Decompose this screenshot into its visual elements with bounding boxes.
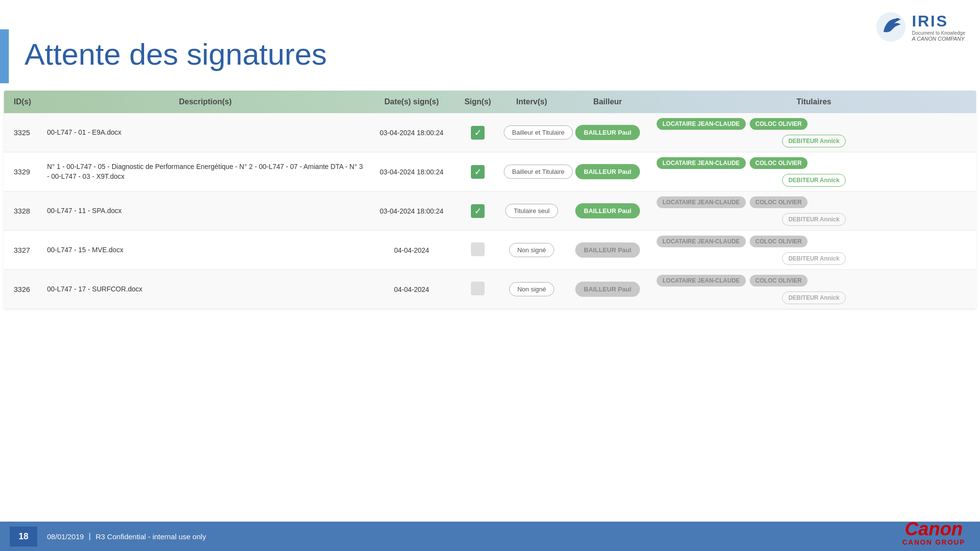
titulaire-chip: DEBITEUR Annick — [782, 213, 846, 226]
row-id: 3328 — [4, 202, 43, 220]
row-sign-button[interactable]: Bailleur et Titulaire — [500, 160, 564, 184]
col-header-interv: Interv(s) — [500, 96, 564, 108]
row-description: 00-L747 - 11 - SPA.docx — [43, 201, 368, 221]
row-titulaires: LOCATAIRE JEAN-CLAUDECOLOC OLIVIERDEBITE… — [652, 271, 976, 308]
footer: 18 08/01/2019 | R3 Confidential - intern… — [0, 522, 980, 551]
sign-type-button[interactable]: Non signé — [509, 243, 555, 257]
table-row: 3328 00-L747 - 11 - SPA.docx 03-04-2024 … — [4, 192, 976, 231]
footer-separator: | — [89, 532, 91, 541]
row-checkbox[interactable]: ✓ — [456, 199, 500, 223]
row-titulaires: LOCATAIRE JEAN-CLAUDECOLOC OLIVIERDEBITE… — [652, 153, 976, 191]
canon-footer-logo: Canon CANON GROUP — [902, 520, 965, 546]
col-header-titulaires: Titulaires — [652, 96, 976, 108]
checkbox-checked[interactable]: ✓ — [471, 204, 485, 218]
bailleur-button[interactable]: BAILLEUR Paul — [575, 164, 640, 179]
row-date: 03-04-2024 18:00:24 — [368, 124, 456, 142]
titulaire-chip: LOCATAIRE JEAN-CLAUDE — [657, 275, 746, 287]
row-sign-button[interactable]: Bailleur et Titulaire — [500, 120, 564, 144]
col-header-date: Date(s) sign(s) — [368, 96, 456, 108]
row-date: 03-04-2024 18:00:24 — [368, 163, 456, 181]
titulaire-chip: LOCATAIRE JEAN-CLAUDE — [657, 157, 746, 169]
row-bailleur[interactable]: BAILLEUR Paul — [564, 238, 652, 263]
titulaire-chip: COLOC OLIVIER — [750, 275, 808, 287]
logo-company: A CANON COMPANY — [912, 36, 965, 42]
table-row: 3329 N° 1 - 00-L747 - 05 - Diagnostic de… — [4, 152, 976, 192]
sign-type-button[interactable]: Bailleur et Titulaire — [504, 125, 573, 140]
row-checkbox[interactable]: ✓ — [456, 160, 500, 184]
table-row: 3327 00-L747 - 15 - MVE.docx 04-04-2024 … — [4, 231, 976, 270]
footer-date: 08/01/2019 — [47, 532, 84, 541]
bailleur-button[interactable]: BAILLEUR Paul — [575, 242, 640, 258]
row-description: N° 1 - 00-L747 - 05 - Diagnostic de Perf… — [43, 157, 368, 186]
table-row: 3325 00-L747 - 01 - E9A.docx 03-04-2024 … — [4, 113, 976, 152]
checkbox-checked[interactable]: ✓ — [471, 165, 485, 179]
titulaire-chip: LOCATAIRE JEAN-CLAUDE — [657, 236, 746, 247]
row-sign-button[interactable]: Non signé — [500, 277, 564, 301]
accent-bar — [0, 29, 9, 83]
row-sign-button[interactable]: Non signé — [500, 238, 564, 262]
row-date: 04-04-2024 — [368, 241, 456, 259]
titulaire-chip: LOCATAIRE JEAN-CLAUDE — [657, 118, 746, 130]
table-header: ID(s) Description(s) Date(s) sign(s) Sig… — [4, 91, 976, 113]
row-titulaires: LOCATAIRE JEAN-CLAUDECOLOC OLIVIERDEBITE… — [652, 232, 976, 269]
titulaire-chip: COLOC OLIVIER — [750, 236, 808, 247]
titulaire-chip: COLOC OLIVIER — [750, 118, 808, 130]
titulaire-chip: DEBITEUR Annick — [782, 252, 846, 265]
row-description: 00-L747 - 17 - SURFCOR.docx — [43, 280, 368, 299]
titulaire-chip: COLOC OLIVIER — [750, 157, 808, 169]
row-id: 3329 — [4, 163, 43, 181]
footer-page-number: 18 — [10, 527, 37, 547]
bailleur-button[interactable]: BAILLEUR Paul — [575, 282, 640, 297]
canon-brand: Canon — [902, 520, 965, 538]
logo-text-iris: IRIS — [912, 12, 965, 30]
sign-type-button[interactable]: Bailleur et Titulaire — [504, 165, 573, 179]
titulaire-chip: COLOC OLIVIER — [750, 196, 808, 208]
svg-point-1 — [896, 18, 899, 21]
titulaire-chip: LOCATAIRE JEAN-CLAUDE — [657, 196, 746, 208]
row-bailleur[interactable]: BAILLEUR Paul — [564, 120, 652, 145]
sign-type-button[interactable]: Non signé — [509, 282, 555, 296]
row-bailleur[interactable]: BAILLEUR Paul — [564, 159, 652, 184]
row-sign-button[interactable]: Titulaire seul — [500, 199, 564, 223]
row-checkbox[interactable] — [456, 238, 500, 263]
logo-area: IRIS Document to Knowledge A CANON COMPA… — [874, 10, 965, 44]
bailleur-button[interactable]: BAILLEUR Paul — [575, 125, 640, 140]
checkbox-unchecked[interactable] — [471, 242, 485, 256]
col-header-bailleur: Bailleur — [564, 96, 652, 108]
row-id: 3327 — [4, 241, 43, 259]
footer-confidentiality: R3 Confidential - internal use only — [96, 532, 206, 541]
col-header-sign: Sign(s) — [456, 96, 500, 108]
checkbox-checked[interactable]: ✓ — [471, 126, 485, 140]
col-header-description: Description(s) — [43, 96, 368, 108]
row-date: 03-04-2024 18:00:24 — [368, 202, 456, 220]
page-title: Attente des signatures — [24, 37, 327, 72]
checkbox-unchecked[interactable] — [471, 282, 485, 295]
table-row: 3326 00-L747 - 17 - SURFCOR.docx 04-04-2… — [4, 270, 976, 309]
table-body: 3325 00-L747 - 01 - E9A.docx 03-04-2024 … — [4, 113, 976, 309]
row-description: 00-L747 - 15 - MVE.docx — [43, 240, 368, 260]
row-bailleur[interactable]: BAILLEUR Paul — [564, 277, 652, 302]
titulaire-chip: DEBITEUR Annick — [782, 291, 846, 304]
row-date: 04-04-2024 — [368, 281, 456, 298]
row-id: 3325 — [4, 123, 43, 142]
row-description: 00-L747 - 01 - E9A.docx — [43, 123, 368, 143]
sign-type-button[interactable]: Titulaire seul — [505, 204, 558, 218]
row-checkbox[interactable] — [456, 277, 500, 302]
main-table: ID(s) Description(s) Date(s) sign(s) Sig… — [4, 91, 976, 309]
iris-bird-icon — [874, 10, 908, 44]
row-checkbox[interactable]: ✓ — [456, 121, 500, 144]
col-header-id: ID(s) — [4, 96, 43, 108]
titulaire-chip: DEBITEUR Annick — [782, 135, 846, 147]
logo-iris: IRIS Document to Knowledge A CANON COMPA… — [874, 10, 965, 44]
canon-group: CANON GROUP — [902, 538, 965, 546]
row-titulaires: LOCATAIRE JEAN-CLAUDECOLOC OLIVIERDEBITE… — [652, 114, 976, 151]
row-id: 3326 — [4, 280, 43, 298]
row-titulaires: LOCATAIRE JEAN-CLAUDECOLOC OLIVIERDEBITE… — [652, 192, 976, 230]
titulaire-chip: DEBITEUR Annick — [782, 174, 846, 187]
logo-tagline: Document to Knowledge — [912, 30, 965, 36]
row-bailleur[interactable]: BAILLEUR Paul — [564, 198, 652, 223]
bailleur-button[interactable]: BAILLEUR Paul — [575, 203, 640, 218]
